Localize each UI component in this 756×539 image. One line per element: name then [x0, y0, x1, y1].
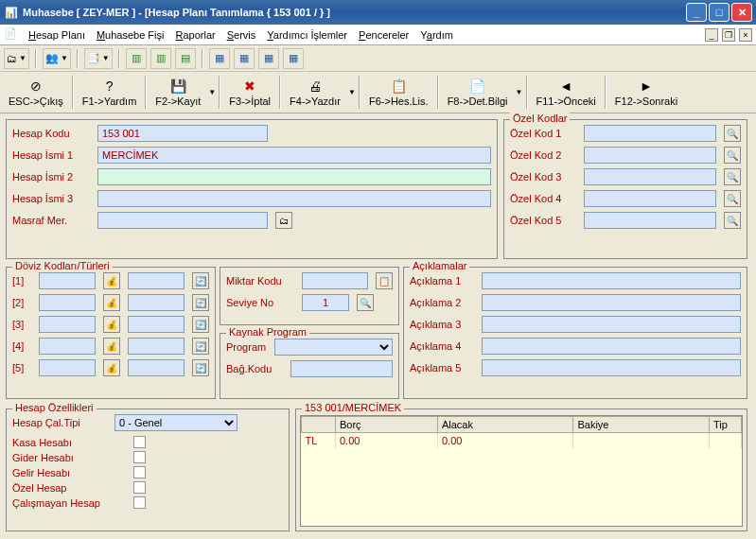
input-doviz-tur-4[interactable]	[128, 338, 185, 355]
checkbox-kasa[interactable]	[133, 436, 146, 448]
ozel-4-lookup-button[interactable]: 🔍	[724, 190, 741, 207]
menu-servis[interactable]: Servis	[221, 27, 262, 43]
input-doviz-tur-5[interactable]	[128, 359, 185, 376]
mdi-icon: 📄	[4, 27, 19, 43]
input-aciklama-4[interactable]	[482, 338, 741, 355]
doviz-5-btn1[interactable]: 💰	[103, 359, 120, 376]
tb1-btn-3[interactable]: 📑▼	[84, 48, 113, 69]
doviz-4-btn1[interactable]: 💰	[103, 338, 120, 355]
input-aciklama-3[interactable]	[482, 316, 741, 333]
input-bagkodu[interactable]	[290, 360, 393, 377]
checkbox-gelir[interactable]	[133, 466, 146, 478]
input-doviz-kod-1[interactable]	[39, 272, 96, 289]
input-ozel-3[interactable]	[584, 168, 716, 185]
tb1-btn-5[interactable]: ▥	[150, 48, 171, 69]
seviye-lookup-button[interactable]: 🔍	[357, 294, 374, 311]
ozel-5-lookup-button[interactable]: 🔍	[724, 212, 741, 229]
menu-muhasebe-fisi[interactable]: Muhasebe Fişi	[91, 27, 170, 43]
input-doviz-tur-2[interactable]	[128, 294, 185, 311]
tb-f3-iptal[interactable]: ✖F3->İptal	[222, 74, 277, 111]
menu-pencereler[interactable]: Pencereler	[353, 27, 414, 43]
doviz-3-btn2[interactable]: 🔄	[192, 316, 209, 333]
tb-f4-yazdir[interactable]: 🖨F4->Yazdır	[283, 74, 347, 111]
tb1-btn-6[interactable]: ▤	[175, 48, 196, 69]
checkbox-ozel[interactable]	[133, 481, 146, 494]
masraf-lookup-button[interactable]: 🗂	[275, 212, 292, 229]
label-hesap-ismi2: Hesap İsmi 2	[12, 171, 90, 183]
minimize-button[interactable]: _	[686, 3, 707, 22]
doviz-3-btn1[interactable]: 💰	[103, 316, 120, 333]
miktar-lookup-button[interactable]: 📋	[376, 272, 393, 289]
separator	[202, 49, 203, 68]
input-ozel-1[interactable]	[584, 125, 716, 142]
tb1-btn-1[interactable]: 🗂▼	[4, 48, 29, 69]
checkbox-calismayan[interactable]	[133, 496, 146, 509]
input-ozel-4[interactable]	[584, 190, 716, 207]
tb1-btn-8[interactable]: ▦	[234, 48, 255, 69]
tb-esc-cikis[interactable]: ⊘ESC->Çıkış	[2, 74, 70, 111]
input-doviz-tur-1[interactable]	[128, 272, 185, 289]
input-aciklama-1[interactable]	[482, 272, 741, 289]
input-doviz-kod-4[interactable]	[39, 338, 96, 355]
tb-f2-dropdown[interactable]: ▼	[207, 74, 217, 111]
label-aciklama-3: Açıklama 3	[410, 319, 474, 330]
input-doviz-kod-2[interactable]	[39, 294, 96, 311]
menu-hesap-plani[interactable]: Hesap Planı	[23, 27, 91, 43]
menu-yardimci[interactable]: Yardımcı İşlemler	[261, 27, 353, 43]
label-gelir: Gelir Hesabı	[12, 467, 126, 478]
doviz-2-btn1[interactable]: 💰	[103, 294, 120, 311]
menu-yardim[interactable]: Yardım	[414, 27, 459, 43]
ozel-3-lookup-button[interactable]: 🔍	[724, 168, 741, 185]
content-area: Hesap Kodu153 001 Hesap İsmi 1MERCİMEK H…	[0, 113, 756, 121]
doviz-1-btn2[interactable]: 🔄	[192, 272, 209, 289]
tb-f1-yardim[interactable]: ?F1->Yardım	[76, 74, 144, 111]
tb-f4-dropdown[interactable]: ▼	[347, 74, 357, 111]
input-hesap-ismi1[interactable]: MERCİMEK	[97, 147, 491, 164]
mdi-minimize-button[interactable]: _	[705, 28, 718, 42]
tb1-btn-7[interactable]: ▦	[209, 48, 230, 69]
input-miktar-kodu[interactable]	[302, 272, 368, 289]
input-masraf[interactable]	[97, 212, 268, 229]
input-hesap-ismi3[interactable]	[97, 190, 491, 207]
menu-raporlar[interactable]: Raporlar	[169, 27, 220, 43]
input-ozel-5[interactable]	[584, 212, 716, 229]
doviz-1-btn1[interactable]: 💰	[103, 272, 120, 289]
input-doviz-kod-5[interactable]	[39, 359, 96, 376]
select-caltipi[interactable]: 0 - Genel	[114, 414, 237, 431]
tb-f8-detbilgi[interactable]: 📄F8->Det.Bilgi	[441, 74, 515, 111]
doviz-5-btn2[interactable]: 🔄	[192, 359, 209, 376]
separator	[35, 49, 37, 68]
tb-f11-onceki[interactable]: ◄F11->Önceki	[530, 74, 603, 111]
input-hesap-ismi2[interactable]	[97, 168, 491, 185]
mdi-close-button[interactable]: ×	[739, 28, 752, 42]
ozel-1-lookup-button[interactable]: 🔍	[724, 125, 741, 142]
tb-f8-dropdown[interactable]: ▼	[515, 74, 524, 111]
balance-grid[interactable]: Borç Alacak Bakiye Tip TL 0.00 0.00	[300, 415, 743, 527]
input-aciklama-2[interactable]	[482, 294, 741, 311]
input-seviye-no[interactable]: 1	[302, 294, 349, 311]
input-doviz-tur-3[interactable]	[128, 316, 185, 333]
tb1-btn-9[interactable]: ▦	[258, 48, 279, 69]
tb-f12-sonraki[interactable]: ►F12->Sonraki	[608, 74, 684, 111]
tb-f6-heslis[interactable]: 📋F6->Hes.Lis.	[362, 74, 435, 111]
doviz-4-btn2[interactable]: 🔄	[192, 338, 209, 355]
table-row[interactable]: TL 0.00 0.00	[302, 433, 742, 449]
cell-tip	[710, 433, 742, 449]
tb1-btn-2[interactable]: 👥▼	[43, 48, 71, 69]
close-button[interactable]: ✕	[731, 3, 752, 22]
input-aciklama-5[interactable]	[482, 359, 741, 376]
tb-f2-kayit[interactable]: 💾F2->Kayıt	[149, 74, 207, 111]
doviz-2-btn2[interactable]: 🔄	[192, 294, 209, 311]
maximize-button[interactable]: □	[709, 3, 730, 22]
label-hesap-ismi1: Hesap İsmi 1	[12, 149, 90, 161]
input-doviz-kod-3[interactable]	[39, 316, 96, 333]
ozel-2-lookup-button[interactable]: 🔍	[724, 147, 741, 164]
input-ozel-2[interactable]	[584, 147, 716, 164]
tb1-btn-10[interactable]: ▦	[283, 48, 304, 69]
window-title: Muhasebe [ ZEY-MER ] - [Hesap Planı Tanı…	[23, 7, 684, 18]
select-program[interactable]	[274, 339, 393, 356]
tb1-btn-4[interactable]: ▥	[126, 48, 147, 69]
mdi-restore-button[interactable]: ❐	[722, 28, 735, 42]
checkbox-gider[interactable]	[133, 451, 146, 463]
input-hesap-kodu[interactable]: 153 001	[97, 125, 268, 142]
